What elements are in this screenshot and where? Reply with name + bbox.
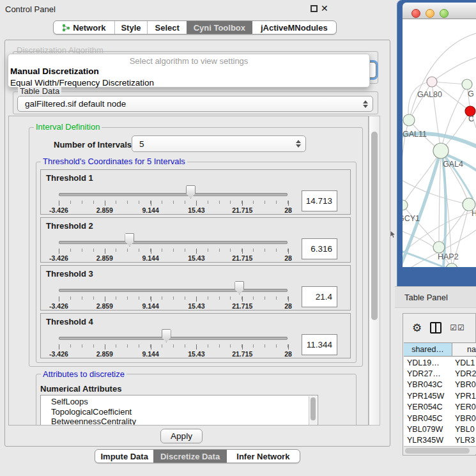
tab-network-label: Network: [73, 23, 105, 33]
threshold-1-ticks: -3.4262.8599.14415.4321.71528: [59, 201, 288, 215]
tab-style[interactable]: Style: [114, 21, 148, 34]
table-data-title: Table Data: [18, 87, 61, 95]
settings-scrollbar[interactable]: [369, 116, 380, 426]
numerical-attributes-label: Numerical Attributes: [40, 384, 121, 394]
menu-item-manual-discretization[interactable]: Manual Discretization: [8, 66, 369, 77]
tick-label: 15.43: [188, 206, 204, 214]
node-g[interactable]: [462, 79, 472, 89]
attribute-list-item[interactable]: TopologicalCoefficient: [51, 407, 318, 417]
gear-icon[interactable]: ⚙: [412, 323, 422, 334]
tick-label: 15.43: [188, 302, 204, 310]
zoom-traffic-button[interactable]: [440, 9, 449, 18]
threshold-1-slider-track[interactable]: [59, 193, 288, 196]
minimize-traffic-button[interactable]: [426, 9, 434, 18]
threshold-4-value-field[interactable]: 11.344: [302, 334, 337, 355]
node-partial[interactable]: [446, 263, 457, 267]
threshold-1-value-field[interactable]: 14.713: [302, 190, 337, 211]
thresholds-group-title: Threshold's Coordinates for 5 Intervals: [41, 157, 187, 165]
network-icon: [62, 23, 70, 33]
tab-discretize-data[interactable]: Discretize Data: [153, 450, 226, 463]
node-hap2[interactable]: [433, 242, 445, 253]
table-cell: YBL079W: [404, 425, 452, 434]
table-row[interactable]: YDR27…YDR2: [404, 368, 476, 379]
threshold-4-panel: Threshold 4 -3.4262.8599.14415.4321.7152…: [40, 313, 351, 358]
attribute-list-item[interactable]: SelfLoops: [51, 397, 318, 407]
threshold-4-slider-thumb[interactable]: [162, 329, 171, 342]
table-data-combobox[interactable]: galFiltered.sif default node: [17, 96, 373, 112]
tab-jactivemnodules[interactable]: jActiveMNodules: [252, 21, 336, 34]
attribute-list-item[interactable]: BetweennessCentrality: [51, 417, 318, 426]
tick-label: 28: [284, 350, 292, 358]
table-horizontal-scrollbar[interactable]: [404, 446, 476, 454]
tick-label: 9.144: [142, 254, 158, 262]
threshold-2-slider-track[interactable]: [59, 241, 288, 244]
table-cell: YPR1: [452, 392, 476, 401]
node-gal11[interactable]: [403, 114, 415, 126]
table-header-row: shared… na: [404, 342, 476, 357]
tick-label: 21.715: [232, 350, 252, 358]
svg-text:GCY1: GCY1: [403, 214, 420, 223]
tab-impute-data[interactable]: Impute Data: [95, 450, 153, 463]
columns-icon[interactable]: [430, 322, 441, 334]
table-cell: YBR0: [452, 414, 476, 423]
float-panel-icon[interactable]: [311, 5, 318, 12]
number-of-intervals-value: 5: [132, 139, 291, 149]
table-row[interactable]: YBR043CYBR0: [404, 380, 476, 390]
threshold-3-slider-track[interactable]: [59, 289, 288, 292]
combo-arrows-icon: [291, 140, 305, 148]
network-window-titlebar[interactable]: [403, 3, 476, 19]
threshold-4-slider-track[interactable]: [59, 337, 288, 340]
table-row[interactable]: YDL19…YDL1: [404, 357, 476, 368]
threshold-2-panel: Threshold 2 -3.4262.8599.14415.4321.7152…: [40, 217, 351, 263]
apply-button[interactable]: Apply: [160, 429, 203, 443]
table-cell: YLR3: [452, 436, 476, 445]
close-traffic-button[interactable]: [411, 9, 420, 18]
tick-mark: [59, 201, 59, 206]
threshold-3-value-field[interactable]: 21.4: [302, 286, 337, 307]
menu-item-equal-width-frequency[interactable]: Equal Width/Frequency Discretization: [8, 77, 369, 89]
close-icon[interactable]: ✕: [321, 3, 328, 13]
attributes-list-scrollbar[interactable]: [309, 396, 317, 426]
algorithm-prompt-item[interactable]: Select algorithm to view settings: [8, 54, 369, 66]
tick-label: -3.426: [49, 350, 68, 358]
tab-cyni-toolbox[interactable]: Cyni Toolbox: [187, 21, 252, 34]
table-row[interactable]: YER054CYER0: [404, 402, 476, 413]
table-cell: YBL0: [452, 425, 476, 434]
threshold-3-slider-thumb[interactable]: [234, 281, 244, 295]
tab-infer-network[interactable]: Infer Network: [227, 450, 300, 463]
threshold-1-slider-thumb[interactable]: [186, 185, 196, 199]
table-row[interactable]: YPR145WYPR1: [404, 390, 476, 401]
settings-scroll-viewport: Interval Definition Number of Intervals …: [8, 116, 369, 426]
tab-network[interactable]: Network: [54, 21, 114, 34]
node-gcy1[interactable]: [403, 200, 408, 210]
tick-mark: [196, 296, 197, 302]
table-cell: YDL19…: [404, 358, 452, 367]
tick-label: 9.144: [142, 206, 158, 214]
top-tab-bar: Network Style Select Cyni Toolbox jActiv…: [53, 20, 337, 35]
tick-mark: [196, 249, 197, 254]
threshold-2-value-field[interactable]: 6.316: [302, 238, 337, 259]
table-row[interactable]: YLR345WYLR3: [404, 435, 476, 446]
table-cell: YBR045C: [404, 414, 452, 423]
numerical-attributes-list[interactable]: SelfLoopsTopologicalCoefficientBetweenne…: [40, 395, 318, 426]
column-header-shared[interactable]: shared…: [404, 343, 452, 356]
node-gal4[interactable]: [433, 143, 449, 158]
threshold-1-panel: Threshold 1 -3.4262.8599.14415.4321.7152…: [40, 169, 351, 215]
tick-mark: [151, 344, 151, 349]
threshold-2-slider-thumb[interactable]: [125, 233, 134, 247]
tick-mark: [242, 344, 243, 349]
interval-definition-title: Interval Definition: [34, 123, 102, 131]
combo-arrows-icon: [358, 100, 372, 108]
table-row[interactable]: YBR045CYBR0: [404, 413, 476, 424]
tick-label: 2.859: [96, 254, 113, 262]
node-gal80[interactable]: [427, 77, 437, 87]
column-header-name[interactable]: na: [452, 343, 476, 356]
number-of-intervals-combobox[interactable]: 5: [132, 135, 306, 152]
network-canvas[interactable]: GAL80 G C GAL11 GAL4 H GCY1 HAP2: [403, 19, 476, 267]
table-row[interactable]: YBL079WYBL0: [404, 424, 476, 434]
tick-label: 28: [284, 302, 292, 310]
tab-select[interactable]: Select: [147, 21, 187, 34]
mouse-cursor: [390, 231, 397, 239]
node-table: ⚙ ☑☑ shared… na YDL19…YDL1YDR27…YDR2YBR0…: [403, 313, 476, 456]
checkbox-icons[interactable]: ☑☑: [450, 324, 465, 332]
